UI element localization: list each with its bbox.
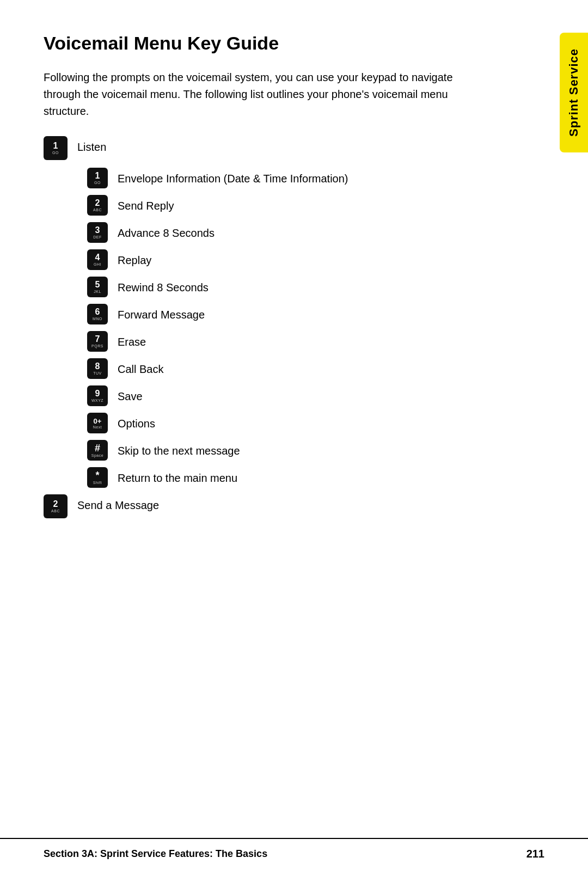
key-letters: DEF [93, 235, 102, 239]
key-letters: WXYZ [91, 399, 103, 402]
menu-item-options: 0+ Next Options [87, 413, 479, 433]
key-num: 7 [95, 335, 100, 344]
menu-item-skip: # Space Skip to the next message [87, 440, 479, 461]
key-special: * [95, 470, 99, 480]
send-reply-label: Send Reply [118, 195, 174, 213]
key-num: 1 [53, 142, 58, 150]
key-letters: GO [52, 151, 59, 155]
page-container: Sprint Service Voicemail Menu Key Guide … [0, 0, 588, 882]
menu-item-advance: 3 DEF Advance 8 Seconds [87, 222, 479, 243]
main-content: Voicemail Menu Key Guide Following the p… [0, 0, 534, 569]
menu-item-replay: 4 GHI Replay [87, 249, 479, 270]
key-badge-5: 5 JKL [87, 277, 108, 297]
key-special: # [95, 443, 100, 453]
key-badge-star: * Shift [87, 467, 108, 488]
key-letters: Shift [93, 481, 102, 485]
erase-label: Erase [118, 331, 146, 350]
key-num: 5 [95, 280, 100, 289]
listen-label: Listen [77, 136, 106, 155]
footer-section-label: Section 3A: Sprint Service Features: The… [44, 848, 267, 860]
menu-item-rewind: 5 JKL Rewind 8 Seconds [87, 277, 479, 297]
key-letters: ABC [51, 509, 60, 513]
footer-page-number: 211 [526, 848, 544, 860]
menu-item-listen: 1 GO Listen [44, 136, 479, 160]
key-num: 6 [95, 308, 100, 316]
menu-item-envelope: 1 GO Envelope Information (Date & Time I… [87, 168, 479, 188]
save-label: Save [118, 385, 143, 404]
callback-label: Call Back [118, 358, 163, 377]
key-badge-1-listen: 1 GO [44, 136, 68, 160]
key-num: 2 [95, 199, 100, 207]
key-num: 4 [95, 253, 100, 262]
key-badge-0: 0+ Next [87, 413, 108, 433]
key-letters: ABC [93, 208, 102, 212]
key-letters: PQRS [91, 344, 103, 348]
menu-list: 1 GO Listen 1 GO Envelope Information (D… [44, 136, 479, 518]
replay-label: Replay [118, 249, 151, 268]
options-label: Options [118, 413, 155, 431]
intro-text: Following the prompts on the voicemail s… [44, 69, 457, 120]
key-letters: MNO [93, 317, 102, 321]
forward-label: Forward Message [118, 304, 205, 322]
envelope-label: Envelope Information (Date & Time Inform… [118, 168, 348, 186]
skip-label: Skip to the next message [118, 440, 240, 458]
side-tab: Sprint Service [560, 33, 588, 152]
menu-item-erase: 7 PQRS Erase [87, 331, 479, 352]
key-badge-4: 4 GHI [87, 249, 108, 270]
key-badge-3: 3 DEF [87, 222, 108, 243]
menu-item-send-message: 2 ABC Send a Message [44, 494, 479, 518]
key-badge-6: 6 MNO [87, 304, 108, 324]
menu-item-callback: 8 TUV Call Back [87, 358, 479, 379]
key-num: 9 [95, 389, 100, 398]
key-num: 3 [95, 226, 100, 235]
key-badge-9: 9 WXYZ [87, 385, 108, 406]
page-title: Voicemail Menu Key Guide [44, 33, 479, 54]
key-letters: JKL [94, 290, 101, 293]
side-tab-text: Sprint Service [567, 48, 581, 137]
key-letters: Space [91, 454, 103, 457]
return-label: Return to the main menu [118, 467, 237, 486]
menu-item-forward: 6 MNO Forward Message [87, 304, 479, 324]
menu-item-save: 9 WXYZ Save [87, 385, 479, 406]
key-letters: Next [93, 425, 102, 429]
key-letters: TUV [93, 371, 102, 375]
send-message-label: Send a Message [77, 494, 159, 513]
key-badge-1: 1 GO [87, 168, 108, 188]
advance-label: Advance 8 Seconds [118, 222, 215, 241]
key-badge-2: 2 ABC [87, 195, 108, 216]
footer: Section 3A: Sprint Service Features: The… [0, 838, 588, 860]
key-badge-8: 8 TUV [87, 358, 108, 379]
key-num: 1 [95, 171, 100, 180]
key-num: 0+ [94, 418, 102, 425]
key-num: 2 [53, 500, 58, 509]
key-badge-hash: # Space [87, 440, 108, 461]
key-letters: GO [94, 181, 101, 185]
menu-item-send-reply: 2 ABC Send Reply [87, 195, 479, 216]
key-num: 8 [95, 362, 100, 371]
rewind-label: Rewind 8 Seconds [118, 277, 209, 295]
key-badge-7: 7 PQRS [87, 331, 108, 352]
key-letters: GHI [94, 262, 101, 266]
key-badge-2-top: 2 ABC [44, 494, 68, 518]
menu-item-return: * Shift Return to the main menu [87, 467, 479, 488]
